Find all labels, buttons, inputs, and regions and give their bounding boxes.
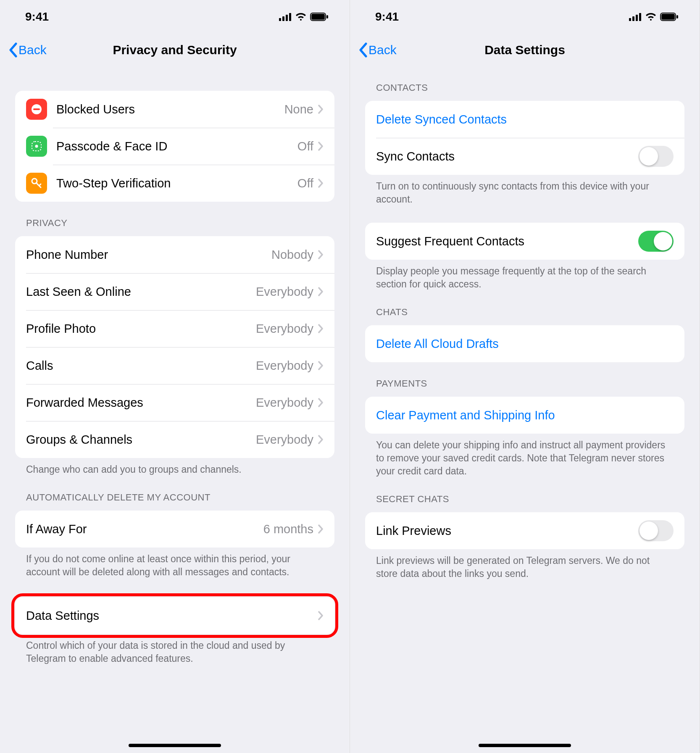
row-data-settings[interactable]: Data Settings — [15, 597, 334, 634]
row-label: Delete All Cloud Drafts — [376, 337, 674, 351]
navbar: Back Privacy and Security — [0, 34, 350, 66]
blocked-icon — [26, 99, 47, 120]
sync-contacts-toggle[interactable] — [638, 146, 674, 167]
svg-rect-6 — [326, 15, 328, 18]
chevron-right-icon — [318, 287, 324, 297]
row-label: Sync Contacts — [376, 150, 638, 163]
row-delete-cloud-drafts[interactable]: Delete All Cloud Drafts — [365, 325, 684, 362]
privacy-footer: Change who can add you to groups and cha… — [0, 458, 350, 476]
row-label: Profile Photo — [26, 322, 256, 336]
home-indicator[interactable] — [129, 744, 221, 747]
svg-rect-2 — [286, 15, 288, 21]
data-settings-footer: Control which of your data is stored in … — [0, 634, 350, 665]
svg-rect-5 — [311, 14, 325, 20]
row-value: 6 months — [263, 522, 313, 536]
suggest-frequent-toggle[interactable] — [638, 231, 674, 252]
secret-chats-header: SECRET CHATS — [350, 478, 700, 509]
svg-rect-8 — [33, 108, 40, 110]
row-value: Everybody — [256, 359, 313, 373]
row-value: Everybody — [256, 285, 313, 299]
chevron-right-icon — [318, 398, 324, 408]
row-value: Nobody — [271, 248, 313, 262]
page-title: Data Settings — [350, 43, 700, 57]
key-icon — [26, 173, 47, 194]
row-last-seen[interactable]: Last Seen & Online Everybody — [15, 273, 334, 310]
svg-rect-15 — [639, 13, 641, 21]
row-label: Groups & Channels — [26, 433, 256, 447]
row-if-away-for[interactable]: If Away For 6 months — [15, 511, 334, 548]
row-passcode[interactable]: Passcode & Face ID Off — [15, 128, 334, 165]
navbar: Back Data Settings — [350, 34, 700, 66]
chevron-left-icon — [358, 42, 368, 58]
passcode-icon — [26, 136, 47, 157]
wifi-icon — [295, 13, 307, 21]
row-two-step[interactable]: Two-Step Verification Off — [15, 165, 334, 202]
autodelete-group: If Away For 6 months — [15, 511, 334, 548]
payments-header: PAYMENTS — [350, 362, 700, 393]
row-label: Blocked Users — [56, 103, 284, 116]
status-indicators — [279, 13, 329, 21]
phone-right: 9:41 Back Data Settings CONTACTS Delete … — [350, 0, 700, 753]
chevron-right-icon — [318, 611, 324, 621]
back-button[interactable]: Back — [8, 42, 47, 58]
row-calls[interactable]: Calls Everybody — [15, 347, 334, 384]
status-time: 9:41 — [375, 10, 399, 24]
row-link-previews[interactable]: Link Previews — [365, 512, 684, 549]
autodelete-header: AUTOMATICALLY DELETE MY ACCOUNT — [0, 476, 350, 507]
chevron-right-icon — [318, 324, 324, 334]
svg-rect-0 — [279, 18, 281, 21]
row-groups-channels[interactable]: Groups & Channels Everybody — [15, 421, 334, 458]
back-button[interactable]: Back — [358, 42, 397, 58]
cellular-icon — [629, 13, 642, 21]
content-right: CONTACTS Delete Synced Contacts Sync Con… — [350, 66, 700, 753]
chats-header: CHATS — [350, 291, 700, 322]
chevron-right-icon — [318, 141, 324, 151]
row-value: Off — [297, 176, 313, 190]
row-phone-number[interactable]: Phone Number Nobody — [15, 236, 334, 273]
row-forwarded[interactable]: Forwarded Messages Everybody — [15, 384, 334, 421]
svg-point-10 — [35, 145, 38, 148]
phone-left: 9:41 Back Privacy and Security Blocked U… — [0, 0, 350, 753]
svg-rect-1 — [282, 16, 284, 21]
data-settings-group: Data Settings — [15, 597, 334, 634]
svg-rect-18 — [676, 15, 678, 18]
home-indicator[interactable] — [479, 744, 571, 747]
row-clear-payment-info[interactable]: Clear Payment and Shipping Info — [365, 397, 684, 434]
chats-group: Delete All Cloud Drafts — [365, 325, 684, 362]
chevron-right-icon — [318, 361, 324, 371]
contacts-group: Delete Synced Contacts Sync Contacts — [365, 101, 684, 175]
link-previews-toggle[interactable] — [638, 520, 674, 541]
suggest-footer: Display people you message frequently at… — [350, 260, 700, 291]
row-value: Everybody — [256, 322, 313, 336]
payments-group: Clear Payment and Shipping Info — [365, 397, 684, 434]
row-label: Last Seen & Online — [26, 285, 256, 299]
row-label: Suggest Frequent Contacts — [376, 234, 638, 248]
security-group: Blocked Users None Passcode & Face ID Of… — [15, 91, 334, 202]
page-title: Privacy and Security — [0, 43, 350, 57]
row-label: Clear Payment and Shipping Info — [376, 408, 674, 422]
privacy-header: PRIVACY — [0, 202, 350, 233]
row-label: Delete Synced Contacts — [376, 113, 674, 126]
svg-rect-17 — [661, 14, 675, 20]
row-delete-synced-contacts[interactable]: Delete Synced Contacts — [365, 101, 684, 138]
back-label: Back — [368, 43, 397, 57]
row-suggest-frequent[interactable]: Suggest Frequent Contacts — [365, 223, 684, 260]
suggest-group: Suggest Frequent Contacts — [365, 223, 684, 260]
battery-icon — [310, 13, 329, 21]
row-label: Data Settings — [26, 609, 318, 623]
row-value: None — [284, 103, 313, 116]
content-left: Blocked Users None Passcode & Face ID Of… — [0, 66, 350, 753]
status-bar: 9:41 — [350, 0, 700, 34]
row-value: Everybody — [256, 433, 313, 447]
chevron-right-icon — [318, 178, 324, 188]
row-value: Everybody — [256, 396, 313, 410]
row-sync-contacts[interactable]: Sync Contacts — [365, 138, 684, 175]
svg-rect-12 — [629, 18, 631, 21]
row-profile-photo[interactable]: Profile Photo Everybody — [15, 310, 334, 347]
row-label: Calls — [26, 359, 256, 373]
wifi-icon — [645, 13, 657, 21]
row-label: Two-Step Verification — [56, 176, 297, 190]
row-blocked-users[interactable]: Blocked Users None — [15, 91, 334, 128]
status-time: 9:41 — [25, 10, 49, 24]
contacts-header: CONTACTS — [350, 66, 700, 97]
